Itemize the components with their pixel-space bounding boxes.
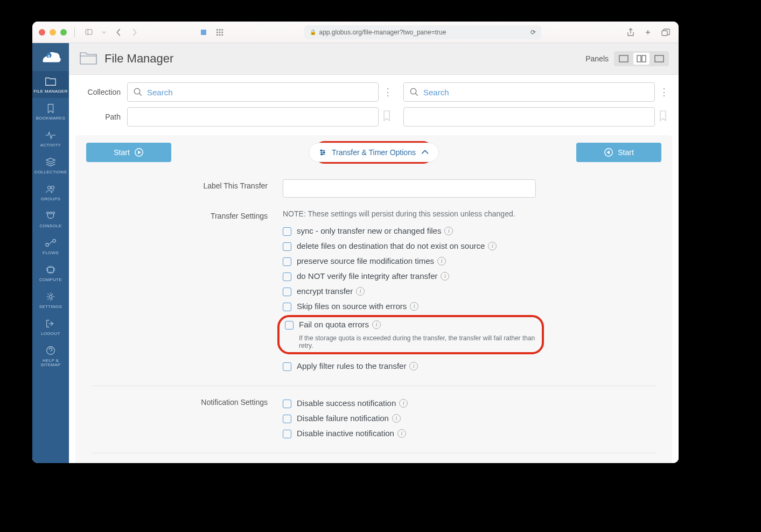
panel-split[interactable] bbox=[633, 53, 650, 65]
svg-rect-2 bbox=[201, 30, 206, 35]
info-icon[interactable]: i bbox=[444, 227, 453, 235]
info-icon[interactable]: i bbox=[397, 429, 406, 438]
sidebar-item-activity[interactable]: ACTIVITY bbox=[32, 125, 69, 152]
panels-label: Panels bbox=[585, 54, 609, 63]
options-panel: Start Transfer & Timer Options Start bbox=[75, 135, 672, 463]
checkbox-preserve[interactable] bbox=[283, 257, 291, 266]
sidebar-toggle-icon[interactable] bbox=[82, 29, 95, 36]
svg-point-21 bbox=[53, 240, 56, 243]
chevron-down-icon[interactable] bbox=[100, 30, 108, 34]
sidebar-item-compute[interactable]: COMPUTE bbox=[32, 260, 69, 286]
tabs-icon[interactable] bbox=[659, 28, 672, 37]
sliders-icon bbox=[319, 149, 326, 156]
info-icon[interactable]: i bbox=[488, 242, 497, 250]
checkbox-no-verify[interactable] bbox=[283, 272, 291, 281]
sidebar-item-help[interactable]: HELP & SITEMAP bbox=[32, 340, 69, 372]
info-icon[interactable]: i bbox=[409, 362, 418, 370]
sidebar-item-bookmarks[interactable]: BOOKMARKS bbox=[32, 98, 69, 125]
checkbox-disable-inactive[interactable] bbox=[283, 430, 291, 438]
svg-rect-0 bbox=[86, 29, 92, 34]
path-input-left[interactable] bbox=[133, 113, 373, 122]
path-label: Path bbox=[79, 113, 121, 121]
checkbox-sync[interactable] bbox=[283, 227, 291, 236]
sidebar-item-groups[interactable]: GROUPS bbox=[32, 179, 69, 206]
collection-search-right[interactable] bbox=[403, 82, 655, 102]
check-delete: delete files on destination that do not … bbox=[283, 239, 656, 254]
sidebar-item-console[interactable]: CONSOLE bbox=[32, 206, 69, 233]
sidebar-item-file-manager[interactable]: FILE MANAGER bbox=[32, 71, 69, 98]
svg-rect-26 bbox=[637, 55, 641, 62]
start-button-right[interactable]: Start bbox=[576, 143, 661, 162]
check-disable-inactive: Disable inactive notificationi bbox=[283, 426, 656, 441]
svg-point-8 bbox=[221, 31, 223, 33]
notification-settings-label: Notification Settings bbox=[92, 396, 283, 441]
reload-icon[interactable]: ⟳ bbox=[530, 29, 536, 36]
new-tab-icon[interactable] bbox=[642, 28, 654, 37]
info-icon[interactable]: i bbox=[372, 320, 381, 329]
page-header: File Manager Panels bbox=[69, 43, 679, 75]
check-no-verify: do NOT verify file integrity after trans… bbox=[283, 269, 656, 284]
svg-point-4 bbox=[219, 29, 220, 30]
info-icon[interactable]: i bbox=[392, 414, 401, 423]
sidebar-item-flows[interactable]: FLOWS bbox=[32, 233, 69, 260]
globus-logo[interactable]: g bbox=[32, 43, 69, 71]
panel-right[interactable] bbox=[651, 53, 667, 65]
svg-point-11 bbox=[221, 34, 223, 36]
path-input-left-wrap bbox=[127, 107, 379, 127]
svg-point-33 bbox=[323, 152, 325, 153]
collection-search-left[interactable] bbox=[127, 82, 379, 102]
checkbox-filter[interactable] bbox=[283, 362, 291, 371]
svg-rect-28 bbox=[655, 55, 664, 62]
browser-chrome: 🔒 app.globus.org/file-manager?two_pane=t… bbox=[32, 22, 679, 43]
main-area: File Manager Panels Collection bbox=[69, 43, 679, 463]
collection-menu-right[interactable]: ⋮ bbox=[659, 86, 669, 98]
info-icon[interactable]: i bbox=[437, 257, 446, 265]
url-text: app.globus.org/file-manager?two_pane=tru… bbox=[319, 29, 446, 36]
collection-menu-left[interactable]: ⋮ bbox=[383, 86, 393, 98]
close-window[interactable] bbox=[39, 29, 45, 36]
path-input-right[interactable] bbox=[409, 113, 649, 122]
checkbox-fail-quota[interactable] bbox=[285, 321, 294, 330]
play-right-icon bbox=[134, 148, 144, 157]
svg-rect-22 bbox=[48, 267, 54, 272]
start-button-left[interactable]: Start bbox=[86, 143, 171, 162]
bookmark-right[interactable] bbox=[659, 110, 669, 123]
extension-icon[interactable] bbox=[198, 29, 210, 36]
sidebar-item-settings[interactable]: SETTINGS bbox=[32, 286, 69, 313]
minimize-window[interactable] bbox=[50, 29, 56, 36]
zoom-window[interactable] bbox=[60, 29, 67, 36]
browser-window: 🔒 app.globus.org/file-manager?two_pane=t… bbox=[32, 22, 679, 463]
sidebar-item-logout[interactable]: LOGOUT bbox=[32, 313, 69, 340]
panel-single[interactable] bbox=[616, 53, 632, 65]
back-button[interactable] bbox=[113, 29, 124, 36]
share-icon[interactable] bbox=[625, 28, 637, 37]
svg-point-32 bbox=[320, 150, 322, 151]
transfer-settings-label: Transfer Settings bbox=[92, 209, 283, 374]
svg-point-16 bbox=[51, 186, 54, 190]
collection-input-right[interactable] bbox=[423, 88, 649, 97]
url-bar[interactable]: 🔒 app.globus.org/file-manager?two_pane=t… bbox=[304, 25, 541, 39]
checkbox-delete[interactable] bbox=[283, 242, 291, 251]
checkbox-disable-failure[interactable] bbox=[283, 415, 291, 423]
info-icon[interactable]: i bbox=[399, 399, 408, 408]
bookmark-left[interactable] bbox=[383, 110, 393, 123]
check-skip-errors: Skip files on source with errorsi bbox=[283, 299, 656, 314]
checkbox-skip-errors[interactable] bbox=[283, 303, 291, 311]
checkbox-disable-success[interactable] bbox=[283, 400, 291, 408]
checkbox-encrypt[interactable] bbox=[283, 288, 291, 296]
lock-icon: 🔒 bbox=[310, 29, 316, 35]
collection-input-left[interactable] bbox=[147, 88, 373, 97]
svg-point-5 bbox=[221, 29, 223, 30]
info-icon[interactable]: i bbox=[410, 302, 418, 311]
apps-icon[interactable] bbox=[214, 29, 226, 36]
info-icon[interactable]: i bbox=[356, 287, 365, 296]
forward-button[interactable] bbox=[129, 29, 141, 36]
transfer-options-toggle[interactable]: Transfer & Timer Options bbox=[309, 143, 439, 162]
svg-point-17 bbox=[47, 212, 49, 214]
check-sync: sync - only transfer new or changed file… bbox=[283, 223, 656, 239]
svg-rect-27 bbox=[642, 55, 646, 62]
info-icon[interactable]: i bbox=[441, 272, 449, 281]
label-transfer-input[interactable] bbox=[283, 179, 536, 198]
path-input-right-wrap bbox=[403, 107, 655, 127]
sidebar-item-collections[interactable]: COLLECTIONS bbox=[32, 152, 69, 179]
